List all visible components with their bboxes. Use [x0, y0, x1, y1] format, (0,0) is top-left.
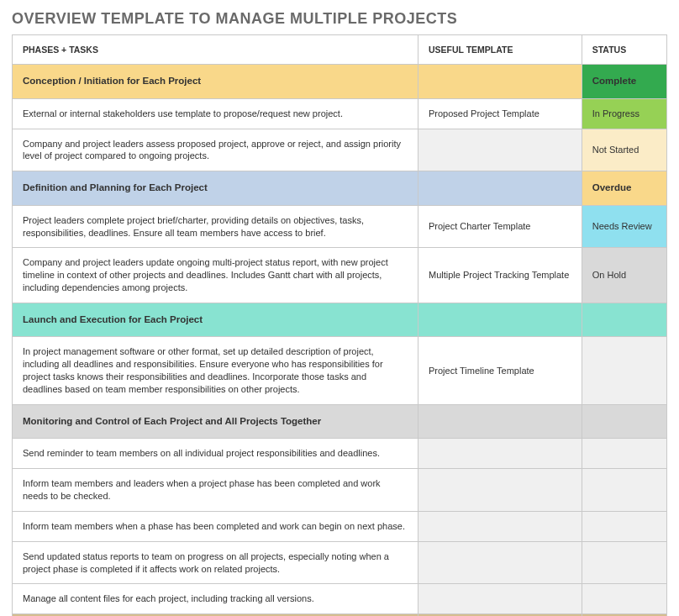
status-cell: On Hold: [582, 248, 666, 303]
task-text: Inform team members when a phase has bee…: [13, 511, 418, 541]
task-text: Send updated status reports to team on p…: [13, 541, 418, 584]
task-row: Inform team members and leaders when a p…: [13, 469, 667, 512]
template-cell: [418, 129, 582, 171]
task-row: Manage all content files for each projec…: [13, 584, 667, 614]
status-cell: Needs Review: [582, 205, 666, 248]
status-cell: Not Started: [582, 129, 666, 171]
phase-row: Definition and Planning for Each Project…: [13, 171, 667, 206]
page-title: OVERVIEW TEMPLATE TO MANAGE MULTIPLE PRO…: [12, 10, 667, 28]
template-cell: [418, 65, 582, 99]
phase-row: Conception / Initiation for Each Project…: [13, 65, 667, 99]
task-text: Project leaders complete project brief/c…: [13, 205, 418, 248]
task-row: Company and project leaders assess propo…: [13, 129, 667, 171]
phase-label: Monitoring and Control of Each Project a…: [13, 404, 418, 439]
template-cell: [418, 511, 582, 541]
status-cell: [582, 584, 666, 614]
task-text: Inform team members and leaders when a p…: [13, 469, 418, 512]
task-text: External or internal stakeholders use te…: [13, 98, 418, 129]
phase-row: Monitoring and Control of Each Project a…: [13, 404, 667, 439]
projects-table: PHASES + TASKS USEFUL TEMPLATE STATUS Co…: [12, 34, 667, 616]
template-cell: [418, 404, 582, 439]
phase-row: Launch and Execution for Each Project: [13, 303, 667, 337]
task-row: Project leaders complete project brief/c…: [13, 205, 667, 248]
status-cell: [582, 404, 666, 439]
status-cell: [582, 303, 666, 337]
phase-label: Launch and Execution for Each Project: [13, 303, 418, 337]
task-text: Company and project leaders assess propo…: [13, 129, 418, 171]
task-row: External or internal stakeholders use te…: [13, 98, 667, 129]
task-text: Manage all content files for each projec…: [13, 584, 418, 614]
task-row: Company and project leaders update ongoi…: [13, 248, 667, 303]
status-cell: [582, 469, 666, 512]
header-status: STATUS: [582, 35, 666, 65]
status-cell: [582, 337, 666, 404]
status-cell: [582, 511, 666, 541]
status-cell: In Progress: [582, 98, 666, 129]
template-cell: Project Timeline Template: [418, 337, 582, 404]
template-cell: [418, 541, 582, 584]
status-cell: Overdue: [582, 171, 666, 206]
task-row: Send reminder to team members on all ind…: [13, 439, 667, 469]
template-cell: [418, 171, 582, 206]
template-cell: [418, 469, 582, 512]
template-cell: [418, 303, 582, 337]
template-cell: [418, 584, 582, 614]
phase-label: Definition and Planning for Each Project: [13, 171, 418, 206]
template-cell: [418, 439, 582, 469]
task-row: Inform team members when a phase has bee…: [13, 511, 667, 541]
status-cell: [582, 439, 666, 469]
task-row: In project management software or other …: [13, 337, 667, 404]
task-text: In project management software or other …: [13, 337, 418, 404]
template-cell: Proposed Project Template: [418, 98, 582, 129]
template-cell: Multiple Project Tracking Template: [418, 248, 582, 303]
header-row: PHASES + TASKS USEFUL TEMPLATE STATUS: [13, 35, 667, 65]
task-row: Send updated status reports to team on p…: [13, 541, 667, 584]
header-phases: PHASES + TASKS: [13, 35, 418, 65]
status-cell: Complete: [582, 65, 666, 99]
template-cell: Project Charter Template: [418, 205, 582, 248]
header-template: USEFUL TEMPLATE: [418, 35, 582, 65]
status-cell: [582, 541, 666, 584]
task-text: Send reminder to team members on all ind…: [13, 439, 418, 469]
phase-label: Conception / Initiation for Each Project: [13, 65, 418, 99]
task-text: Company and project leaders update ongoi…: [13, 248, 418, 303]
